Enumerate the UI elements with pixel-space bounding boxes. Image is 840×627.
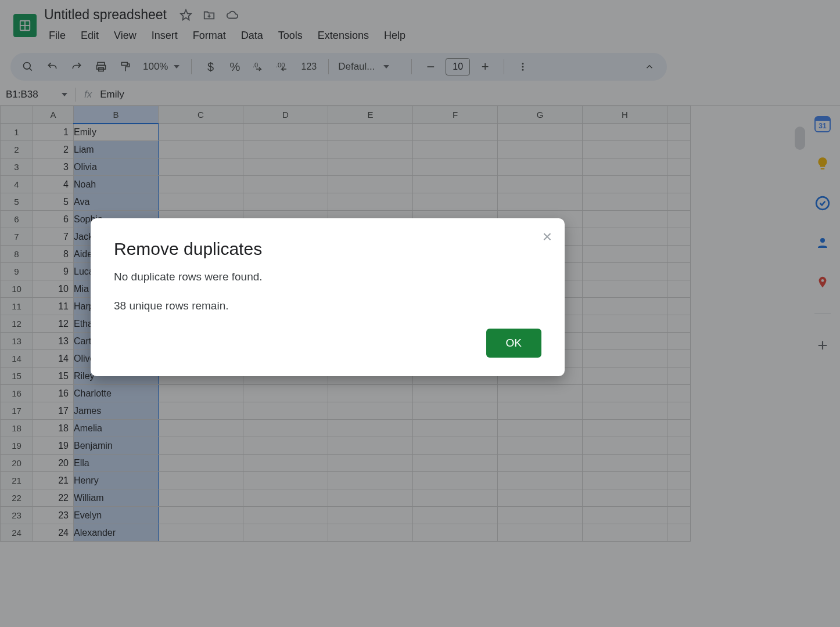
dialog-ok-button[interactable]: OK — [486, 329, 541, 358]
dialog-message-1: No duplicate rows were found. — [114, 271, 541, 283]
dialog-title: Remove duplicates — [114, 239, 541, 259]
modal-overlay: × Remove duplicates No duplicate rows we… — [0, 0, 840, 627]
dialog-message-2: 38 unique rows remain. — [114, 300, 541, 312]
dialog-close-icon[interactable]: × — [543, 229, 552, 245]
remove-duplicates-dialog: × Remove duplicates No duplicate rows we… — [91, 218, 565, 376]
